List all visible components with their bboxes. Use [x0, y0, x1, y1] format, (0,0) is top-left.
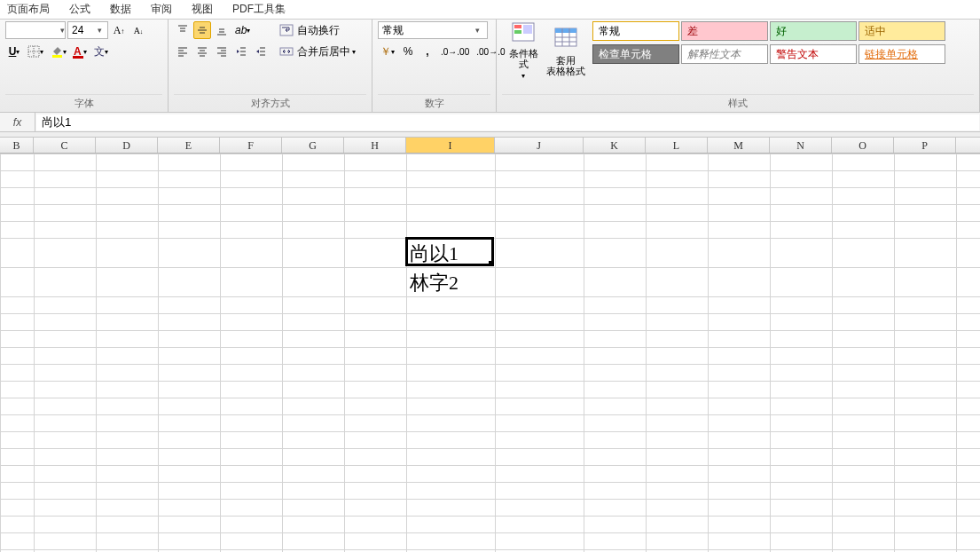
col-header-E[interactable]: E	[158, 138, 220, 153]
chevron-down-icon: ▾	[471, 26, 483, 35]
col-header-B[interactable]: B	[0, 138, 34, 153]
tablefmt-icon	[553, 27, 578, 51]
group-font: ▾ ▾ A↑ A↓ U▾ ▾ ▾ A▾ 文▾ 字体	[0, 20, 169, 112]
number-format-combo[interactable]: ▾	[378, 21, 488, 39]
spreadsheet-grid[interactable]: 尚以1林字2	[0, 154, 980, 552]
orientation-button[interactable]: ab▾	[232, 21, 253, 39]
style-explain[interactable]: 解释性文本	[681, 44, 768, 64]
col-header-P[interactable]: P	[894, 138, 956, 153]
svg-rect-32	[280, 48, 293, 55]
condfmt-icon	[511, 21, 536, 46]
formula-bar: fx	[0, 113, 980, 132]
align-center-button[interactable]	[193, 43, 211, 60]
increase-decimal-button[interactable]: .0→.00	[438, 43, 472, 60]
svg-rect-35	[514, 30, 521, 34]
increase-font-button[interactable]: A↑	[110, 21, 128, 39]
decrease-font-button[interactable]: A↓	[129, 21, 147, 39]
svg-rect-33	[513, 23, 534, 41]
col-header-O[interactable]: O	[832, 138, 894, 153]
borders-icon	[27, 45, 40, 58]
style-link[interactable]: 链接单元格	[858, 44, 945, 64]
group-label-number: 数字	[378, 94, 490, 112]
align-right-button[interactable]	[213, 43, 231, 60]
svg-rect-34	[514, 25, 521, 28]
style-warn[interactable]: 警告文本	[770, 44, 857, 64]
col-header-H[interactable]: H	[344, 138, 406, 153]
font-family-combo[interactable]: ▾	[5, 21, 66, 39]
group-number: ▾ ￥▾ % , .0→.00 .00→.0 数字	[372, 20, 497, 112]
col-header-L[interactable]: L	[646, 138, 708, 153]
accounting-format-button[interactable]: ￥▾	[378, 43, 397, 60]
menu-pagelayout[interactable]: 页面布局	[7, 2, 50, 17]
col-header-F[interactable]: F	[220, 138, 282, 153]
group-label-font: 字体	[5, 94, 162, 112]
svg-rect-31	[280, 25, 293, 35]
style-normal[interactable]: 常规	[592, 21, 679, 41]
align-bottom-button[interactable]	[213, 21, 231, 39]
font-size-combo[interactable]: ▾	[67, 21, 108, 39]
col-header-M[interactable]: M	[708, 138, 770, 153]
fill-color-button[interactable]: ▾	[48, 43, 69, 60]
ribbon: ▾ ▾ A↑ A↓ U▾ ▾ ▾ A▾ 文▾ 字体	[0, 20, 980, 113]
col-header-G[interactable]: G	[282, 138, 344, 153]
cell-I7[interactable]: 林字2	[410, 270, 459, 296]
underline-button[interactable]: U▾	[5, 43, 23, 60]
font-color-button[interactable]: A▾	[71, 43, 90, 60]
selection-border	[405, 237, 494, 266]
style-bad[interactable]: 差	[681, 21, 768, 41]
svg-rect-37	[555, 28, 576, 46]
decrease-indent-button[interactable]	[232, 43, 250, 60]
svg-rect-0	[28, 46, 39, 57]
comma-format-button[interactable]: ,	[419, 43, 436, 60]
group-styles: 条件格式▾ 套用 表格格式 常规 差 好 适中 检查单元格 解释性文本 警告文本…	[497, 20, 980, 112]
bucket-icon	[51, 45, 63, 58]
percent-format-button[interactable]: %	[399, 43, 417, 60]
menu-pdftools[interactable]: PDF工具集	[232, 2, 286, 17]
align-top-button[interactable]	[174, 21, 192, 39]
fill-handle[interactable]	[489, 261, 494, 266]
col-header-J[interactable]: J	[495, 138, 584, 153]
svg-rect-36	[523, 25, 532, 34]
col-header-C[interactable]: C	[34, 138, 96, 153]
col-header-K[interactable]: K	[584, 138, 646, 153]
col-header-N[interactable]: N	[770, 138, 832, 153]
group-alignment: ab▾ 自动换行 合并后居中▾ 对齐方式	[169, 20, 372, 112]
chevron-down-icon: ▾	[59, 26, 65, 35]
style-check[interactable]: 检查单元格	[592, 44, 679, 64]
borders-button[interactable]: ▾	[25, 43, 46, 60]
svg-rect-3	[52, 55, 62, 58]
menu-data[interactable]: 数据	[110, 2, 131, 17]
group-label-alignment: 对齐方式	[174, 94, 366, 112]
wrap-text-button[interactable]: 自动换行	[277, 21, 362, 39]
increase-indent-button[interactable]	[252, 43, 270, 60]
style-neutral[interactable]: 适中	[858, 21, 945, 41]
col-header-I[interactable]: I	[406, 138, 495, 153]
merge-icon	[279, 45, 294, 58]
phonetic-button[interactable]: 文▾	[91, 43, 111, 60]
wraptext-icon	[279, 24, 294, 36]
formula-input[interactable]	[36, 114, 979, 130]
align-middle-button[interactable]	[193, 21, 211, 39]
conditional-format-button[interactable]: 条件格式▾	[502, 21, 545, 78]
chevron-down-icon: ▾	[93, 26, 106, 35]
merge-center-button[interactable]: 合并后居中▾	[277, 43, 374, 60]
group-label-styles: 样式	[502, 94, 974, 112]
menu-formula[interactable]: 公式	[69, 2, 90, 17]
align-left-button[interactable]	[174, 43, 192, 60]
svg-rect-38	[555, 28, 576, 33]
style-good[interactable]: 好	[770, 21, 857, 41]
fx-icon[interactable]: fx	[0, 113, 35, 131]
menu-bar: 页面布局 公式 数据 审阅 视图 PDF工具集	[0, 0, 980, 20]
column-headers: BCDEFGHIJKLMNOP	[0, 138, 980, 154]
menu-view[interactable]: 视图	[192, 2, 213, 17]
table-format-button[interactable]: 套用 表格格式	[545, 21, 587, 78]
menu-review[interactable]: 审阅	[151, 2, 172, 17]
col-header-D[interactable]: D	[96, 138, 158, 153]
